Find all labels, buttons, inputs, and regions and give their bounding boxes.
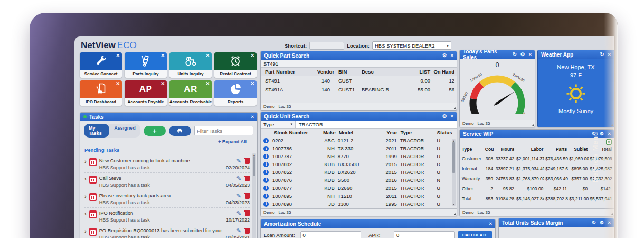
refresh-icon[interactable]: ↻: [513, 52, 517, 57]
table-row[interactable]: i1007898JD33001995TRACTORU: [261, 200, 457, 208]
table-row[interactable]: ST491140CUST0.00-12: [261, 76, 457, 85]
part-search-input[interactable]: ST491: [261, 60, 457, 68]
gear-icon[interactable]: ⚙: [600, 220, 604, 225]
app-tile-parts-inquiry[interactable]: ✕Parts Inquiry: [125, 52, 167, 78]
unit-search-input[interactable]: TRACTOR: [296, 121, 457, 128]
resize-handle[interactable]: [453, 107, 456, 109]
close-icon[interactable]: ×: [489, 221, 492, 226]
info-icon[interactable]: i: [263, 194, 269, 199]
gear-icon[interactable]: ⚙: [442, 53, 447, 58]
close-icon[interactable]: ✕: [116, 81, 120, 86]
close-icon[interactable]: ✕: [250, 53, 254, 58]
app-tile-reports[interactable]: ✕Reports: [214, 80, 257, 106]
task-item[interactable]: ›IPO NotificationHBS Support has a task✎…: [84, 207, 250, 225]
close-icon[interactable]: ×: [528, 52, 532, 57]
info-icon[interactable]: i: [263, 154, 269, 159]
svg-text:2,000.00: 2,000.00: [512, 72, 525, 83]
info-icon[interactable]: i: [263, 202, 269, 207]
table-row[interactable]: i1007786NHT8.3302011TRACTORU: [261, 144, 457, 152]
gear-icon[interactable]: ⚙: [520, 52, 525, 57]
edit-icon[interactable]: ✎: [236, 176, 241, 181]
close-icon[interactable]: ×: [608, 52, 611, 57]
chevron-right-icon[interactable]: ›: [84, 193, 87, 199]
app-tile-ipo-dashboard[interactable]: ✕IPO Dashboard: [80, 80, 122, 106]
location-select[interactable]: HBS SYSTEMS DEALER2 ▾: [372, 41, 451, 50]
apr-input[interactable]: 0: [394, 231, 455, 238]
resize-handle[interactable]: [453, 213, 456, 215]
info-icon[interactable]: i: [263, 178, 269, 183]
filter-tasks-input[interactable]: [194, 126, 253, 135]
alarm-clock-icon: [229, 54, 242, 68]
close-icon[interactable]: ×: [608, 220, 611, 225]
app-tile-units-inquiry[interactable]: ✕Units Inquiry: [169, 52, 212, 78]
calculate-button[interactable]: CALCULATE: [458, 231, 492, 238]
close-icon[interactable]: ✕: [250, 81, 254, 86]
table-row[interactable]: i1007787NH87701999TRACTORU: [261, 152, 457, 160]
resize-handle[interactable]: [611, 124, 613, 126]
refresh-icon[interactable]: ↻: [600, 52, 604, 57]
edit-icon[interactable]: ✎: [236, 210, 241, 216]
close-icon[interactable]: ×: [608, 131, 611, 136]
netview-menu-tab[interactable]: NetView Menu: [588, 107, 602, 207]
chevron-right-icon[interactable]: ›: [84, 176, 87, 182]
close-icon[interactable]: ×: [251, 114, 254, 120]
tab-my-tasks[interactable]: My Tasks: [84, 124, 109, 138]
unit-scrollbar[interactable]: ▲ ▼: [452, 139, 456, 206]
app-tile-accounts-receivable[interactable]: AR✕Accounts Receivable: [169, 80, 212, 106]
task-date: 10/17/2022: [226, 217, 250, 223]
resize-handle[interactable]: [611, 213, 613, 215]
edit-icon[interactable]: ✎: [236, 158, 241, 164]
info-icon[interactable]: i: [263, 186, 269, 191]
gear-icon[interactable]: ⚙: [442, 114, 447, 119]
edit-icon[interactable]: ✎: [236, 193, 241, 199]
close-icon[interactable]: ✕: [116, 53, 120, 58]
close-icon[interactable]: ✕: [205, 81, 210, 86]
close-icon[interactable]: ✕: [160, 81, 165, 86]
loan-amount-input[interactable]: 0: [300, 231, 362, 238]
info-icon[interactable]: i: [263, 138, 269, 143]
add-task-button[interactable]: +: [144, 126, 166, 136]
table-row[interactable]: i1007852KUBBX26202015TRACTORU: [261, 168, 457, 176]
print-tasks-button[interactable]: [169, 126, 191, 136]
task-item[interactable]: ›PO Requisition RQ0000013 has been submi…: [84, 225, 250, 238]
tab-assigned[interactable]: Assigned: [109, 124, 140, 138]
close-icon[interactable]: ×: [450, 53, 453, 58]
table-row[interactable]: i1007877KUBB26602015TRACTORU: [261, 184, 457, 192]
chevron-right-icon[interactable]: ›: [84, 228, 87, 234]
refresh-icon[interactable]: ↻: [592, 220, 596, 225]
info-icon[interactable]: i: [263, 170, 269, 175]
info-icon[interactable]: i: [263, 162, 269, 167]
trash-icon[interactable]: [245, 228, 250, 234]
shortcut-input[interactable]: [309, 42, 344, 50]
trash-icon[interactable]: [245, 193, 250, 199]
expand-all-link[interactable]: + Expand All: [80, 139, 257, 145]
excel-export-icon[interactable]: x: [606, 139, 612, 145]
trash-icon[interactable]: [245, 210, 250, 216]
app-tile-accounts-payable[interactable]: AP✕Accounts Payable: [125, 80, 167, 106]
chevron-right-icon[interactable]: ›: [84, 210, 87, 217]
close-icon[interactable]: ✕: [160, 53, 165, 58]
info-icon[interactable]: i: [263, 146, 269, 151]
chevron-right-icon[interactable]: ›: [84, 158, 87, 164]
close-icon[interactable]: ✕: [205, 53, 210, 58]
app-tile-service-connect[interactable]: ✕Service Connect: [80, 52, 122, 78]
task-item[interactable]: ›New Customer coming to look at machineH…: [84, 155, 250, 172]
scroll-down-icon[interactable]: ▼: [452, 203, 456, 206]
table-row[interactable]: i0202ABC0121-22021TRACTORU: [261, 136, 457, 144]
unit-type-select[interactable]: Type ▾: [261, 121, 296, 128]
trash-icon[interactable]: [245, 158, 250, 164]
gauge-chart: 500.001,000.002,000.003,000.000: [460, 59, 535, 115]
app-tile-rental-contract[interactable]: ✕Rental Contract: [214, 52, 257, 78]
tasks-scrollbar[interactable]: ▲ ▼: [252, 153, 256, 238]
calendar-icon: [89, 210, 97, 218]
table-row[interactable]: i1007876KUBS5002016TRACTORN: [261, 176, 457, 184]
table-row[interactable]: i1007895NHT15102011TRACTORU: [261, 192, 457, 200]
task-item[interactable]: ›Please inventory back parts areaHBS Sup…: [84, 190, 250, 207]
table-row[interactable]: i1007802KUBBX3350U2015TRACTORR: [261, 160, 457, 168]
table-row[interactable]: ST491A140CUST1BEARING B55.0056: [261, 85, 457, 94]
resize-handle[interactable]: [532, 124, 534, 126]
task-item[interactable]: ›Call SteveHBS Support has a task✎04/05/…: [84, 172, 250, 190]
close-icon[interactable]: ×: [450, 114, 453, 119]
edit-icon[interactable]: ✎: [236, 228, 241, 234]
trash-icon[interactable]: [245, 176, 250, 181]
